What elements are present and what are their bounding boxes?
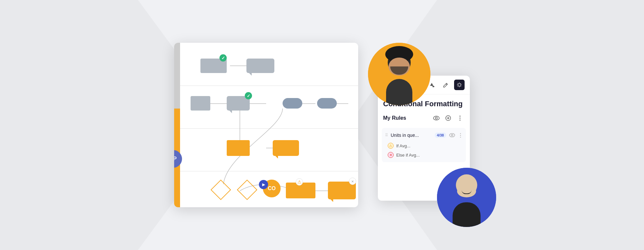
svg-line-20: [460, 83, 461, 84]
svg-point-27: [460, 116, 461, 117]
pencil-tool-icon[interactable]: [440, 80, 451, 90]
svg-point-28: [460, 118, 461, 119]
fc-pill-1: [283, 98, 302, 109]
fc-rect-orange-1: [227, 140, 250, 156]
svg-point-34: [460, 137, 461, 137]
avatar-sp: SP: [174, 150, 182, 168]
check-badge-2: ✓: [245, 92, 252, 99]
swimlane-2: [180, 128, 358, 129]
add-rule-icon[interactable]: [444, 113, 453, 123]
svg-point-32: [460, 133, 461, 134]
cf-sub-rule-2: ✕ Else if Avg...: [385, 150, 463, 160]
visibility-icon[interactable]: [432, 113, 441, 123]
cf-rule-item: ⠿ Units in que... 4/38: [382, 128, 466, 162]
svg-point-33: [460, 135, 461, 136]
svg-line-13: [446, 84, 447, 85]
cf-rule-name: Units in que...: [391, 133, 432, 138]
cf-rule-more[interactable]: [458, 131, 463, 140]
cf-rule-badge: 4/38: [435, 133, 446, 138]
cf-sub-rule-1: ⚠ If Avg...: [385, 141, 463, 150]
avatar-bottom-right: [437, 168, 496, 227]
warning-badge: ⚠: [296, 178, 303, 186]
cf-rules-header: My Rules: [378, 111, 470, 125]
svg-line-19: [460, 86, 461, 87]
cf-sub-rule-label-2: Else if Avg...: [396, 153, 420, 158]
fc-chat-orange-1: [273, 140, 299, 156]
cf-rule-visibility[interactable]: [449, 131, 455, 140]
cf-sub-rule-label-1: If Avg...: [396, 143, 410, 148]
svg-point-29: [460, 120, 461, 121]
svg-point-12: [432, 86, 434, 87]
more-options-icon[interactable]: [455, 113, 465, 123]
right-section: Conditional Formatting My Rules: [378, 76, 470, 201]
fc-diamond-1: [211, 180, 231, 200]
fc-rect-2: [191, 96, 210, 111]
svg-point-22: [433, 116, 439, 120]
cf-rule-header: ⠿ Units in que... 4/38: [385, 131, 463, 140]
svg-point-23: [435, 117, 437, 119]
swimlane-3: [180, 171, 358, 171]
error-sub-icon: ✕: [388, 152, 394, 158]
main-content: ✓ ✓ ⚠ × SP ▶ CO: [141, 23, 503, 227]
svg-line-21: [458, 86, 459, 87]
warning-sub-icon: ⚠: [388, 143, 394, 149]
cf-rules-label: My Rules: [383, 115, 429, 121]
fc-diamond-2: [237, 180, 257, 200]
magic-tool-icon[interactable]: [454, 80, 465, 90]
fc-pill-2: [317, 98, 337, 109]
drag-handle[interactable]: ⠿: [385, 133, 388, 138]
close-badge: ×: [349, 178, 356, 185]
flowchart-panel: ✓ ✓ ⚠ × SP ▶ CO: [174, 43, 358, 207]
swimlane-1: [180, 86, 358, 86]
svg-point-30: [449, 134, 455, 137]
fc-chat-1: [246, 59, 274, 73]
svg-line-18: [458, 83, 459, 84]
avatar-main: [368, 43, 430, 105]
svg-point-31: [451, 135, 453, 136]
play-button[interactable]: ▶: [259, 180, 268, 189]
check-badge-1: ✓: [219, 54, 227, 62]
